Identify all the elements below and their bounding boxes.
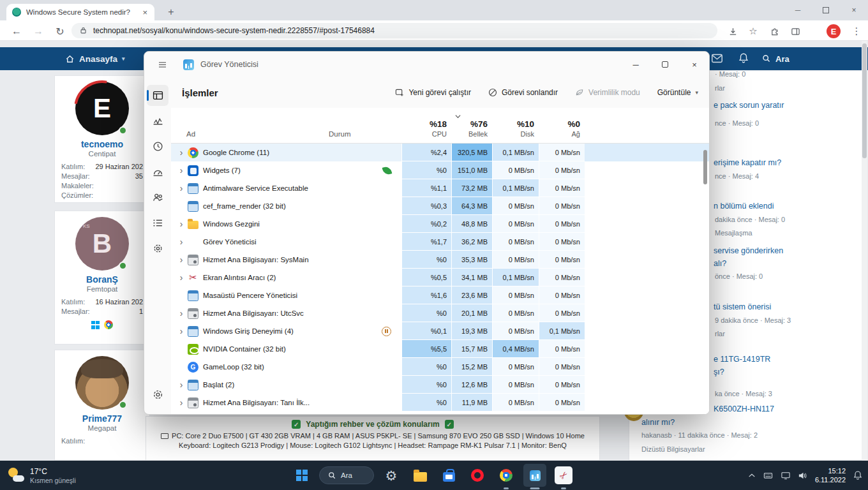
tm-nav-settings[interactable] [147, 384, 168, 405]
tm-nav-processes[interactable] [147, 85, 168, 106]
topic-link[interactable]: şı? [714, 368, 724, 376]
process-row[interactable]: ›Başlat (2)%012,6 MB0 MB/sn0 Mb/sn [171, 376, 709, 394]
tab-close-icon[interactable]: × [141, 8, 149, 17]
extensions-icon[interactable] [767, 24, 782, 39]
expand-chevron-icon[interactable]: › [176, 237, 186, 247]
volume-icon[interactable] [798, 471, 808, 480]
process-row[interactable]: cef_frame_render (32 bit)%0,364,3 MB0 MB… [171, 197, 709, 215]
tm-minimize-button[interactable]: ─ [621, 52, 650, 77]
view-dropdown[interactable]: Görüntüle ▾ [657, 88, 698, 97]
bookmark-star-icon[interactable]: ☆ [745, 24, 761, 39]
process-row[interactable]: NVIDIA Container (32 bit)%5,515,7 MB0,4 … [171, 340, 709, 358]
clock[interactable]: 15:12 6.11.2022 [815, 466, 846, 485]
avatar[interactable]: KS B [75, 217, 129, 271]
process-row[interactable]: Masaüstü Pencere Yöneticisi%1,623,6 MB0 … [171, 286, 709, 304]
browser-menu-icon[interactable]: ⋮ [849, 24, 864, 39]
forward-button[interactable]: → [31, 24, 46, 39]
tm-title-bar[interactable]: Görev Yöneticisi ─ × [144, 52, 709, 77]
downloads-icon[interactable] [725, 24, 740, 39]
process-row[interactable]: ›Ekran Alıntısı Aracı (2)%0,534,1 MB0,1 … [171, 269, 709, 286]
expand-chevron-icon[interactable]: › [176, 380, 186, 390]
topic-link[interactable]: servise gönderirken [714, 246, 783, 255]
url-bar[interactable]: technopat.net/sosyal/konu/windows-secure… [71, 23, 717, 38]
avatar[interactable] [75, 356, 129, 410]
notification-bell-icon[interactable] [853, 470, 863, 480]
expand-chevron-icon[interactable]: › [176, 183, 186, 193]
touch-keyboard-icon[interactable] [763, 471, 774, 480]
end-task-button[interactable]: Görevi sonlandır [488, 88, 558, 97]
topic-link[interactable]: alı? [714, 259, 726, 268]
signature-title[interactable]: Yaptığım rehber ve çözüm konularım [306, 420, 439, 429]
member-name[interactable]: BoranŞ [55, 274, 149, 285]
column-header-disk[interactable]: %10 Disk [492, 108, 539, 143]
weather-widget[interactable]: 17°C Kısmen güneşli [8, 461, 76, 490]
column-header-cpu[interactable]: %18 CPU [401, 108, 451, 143]
browser-minimize-button[interactable]: ─ [784, 0, 812, 20]
browser-tab[interactable]: Windows Secure System nedir? × [6, 4, 154, 20]
process-row[interactable]: ›Google Chrome (11)%2,4320,5 MB0,1 MB/sn… [171, 144, 709, 161]
tm-nav-startup-apps[interactable] [147, 161, 168, 182]
start-button[interactable] [290, 464, 313, 487]
topic-link[interactable]: e pack sorun yaratır [714, 101, 784, 110]
process-row[interactable]: ›Windows Gezgini%0,248,8 MB0 MB/sn0 Mb/s… [171, 215, 709, 233]
new-tab-button[interactable]: + [163, 4, 179, 20]
efficiency-mode-button[interactable]: Verimlilik modu [575, 88, 640, 97]
process-row[interactable]: ›Windows Giriş Deneyimi (4)%0,119,3 MB0 … [171, 322, 709, 340]
tm-nav-details[interactable] [147, 212, 168, 234]
member-name[interactable]: Prime777 [55, 413, 149, 424]
task-manager-taskbar-icon[interactable] [523, 464, 546, 487]
tray-chevron-up-icon[interactable] [748, 472, 756, 479]
expand-chevron-icon[interactable]: › [176, 165, 186, 175]
file-explorer-icon[interactable] [408, 464, 431, 487]
tm-nav-users[interactable] [147, 187, 168, 208]
process-row[interactable]: ›Görev Yöneticisi%1,736,2 MB0 MB/sn0 Mb/… [171, 233, 709, 251]
column-header-memory[interactable]: %76 Bellek [451, 108, 492, 143]
expand-chevron-icon[interactable]: › [176, 255, 186, 265]
process-row[interactable]: GameLoop (32 bit)%015,2 MB0 MB/sn0 Mb/sn [171, 358, 709, 376]
tm-maximize-button[interactable] [650, 52, 680, 77]
topic-link[interactable]: erişime kapatır mı? [714, 158, 781, 167]
back-button[interactable]: ← [9, 24, 24, 39]
side-panel-icon[interactable] [788, 24, 803, 39]
expand-chevron-icon[interactable]: › [176, 397, 186, 408]
expand-chevron-icon[interactable]: › [176, 272, 186, 283]
reload-button[interactable]: ↻ [52, 24, 68, 39]
expand-chevron-icon[interactable]: › [176, 219, 186, 229]
taskbar-search[interactable]: Ara [319, 466, 374, 484]
browser-close-button[interactable]: × [840, 0, 868, 20]
snipping-tool-taskbar-icon[interactable] [552, 464, 575, 487]
topic-link[interactable]: K6500ZH-HN117 [714, 405, 774, 413]
run-new-task-button[interactable]: Yeni görevi çalıştır [395, 88, 471, 97]
process-row[interactable]: ›Widgets (7)%0151,0 MB0 MB/sn0 Mb/sn [171, 161, 709, 179]
tm-close-button[interactable]: × [680, 52, 709, 77]
tm-scrollbar-thumb[interactable] [703, 150, 707, 184]
topic-link[interactable]: tü sistem önerisi [714, 302, 771, 311]
process-row[interactable]: ›Hizmet Ana Bilgisayarı: UtcSvc%020,1 MB… [171, 304, 709, 322]
browser-maximize-button[interactable] [812, 0, 840, 20]
display-cast-icon[interactable] [781, 471, 791, 480]
process-row[interactable]: ›Hizmet Ana Bilgisayarı: Tanı İlk...%011… [171, 394, 709, 412]
chrome-app-icon[interactable] [495, 464, 518, 487]
column-header-network[interactable]: %0 Ağ [539, 108, 585, 143]
topic-link[interactable]: e 11TG-1419TR [714, 355, 770, 364]
opera-app-icon[interactable] [466, 464, 489, 487]
settings-app-icon[interactable]: ⚙ [380, 464, 403, 487]
tm-nav-app-history[interactable] [147, 136, 168, 157]
process-row[interactable]: ›Antimalware Service Executable%1,173,2 … [171, 179, 709, 197]
member-name[interactable]: tecnoemo [55, 139, 149, 149]
expand-chevron-icon[interactable]: › [176, 308, 186, 318]
tm-scrollbar[interactable] [703, 146, 707, 389]
topic-link[interactable]: alınır mı? [641, 418, 675, 427]
topic-link[interactable]: n bölümü eklendi [714, 202, 774, 211]
avatar[interactable]: E [75, 82, 129, 135]
process-row[interactable]: ›Hizmet Ana Bilgisayarı: SysMain%035,3 M… [171, 251, 709, 269]
expand-chevron-icon[interactable]: › [176, 326, 186, 336]
store-app-icon[interactable] [437, 464, 460, 487]
column-header-status[interactable]: Durum [325, 108, 401, 143]
browser-scrollbar[interactable] [862, 41, 867, 461]
column-header-name[interactable]: Ad [171, 108, 325, 143]
tm-nav-performance[interactable] [147, 110, 168, 131]
scrollbar-thumb[interactable] [862, 43, 867, 158]
tm-nav-services[interactable] [147, 238, 168, 259]
hamburger-menu-icon[interactable] [153, 60, 171, 70]
